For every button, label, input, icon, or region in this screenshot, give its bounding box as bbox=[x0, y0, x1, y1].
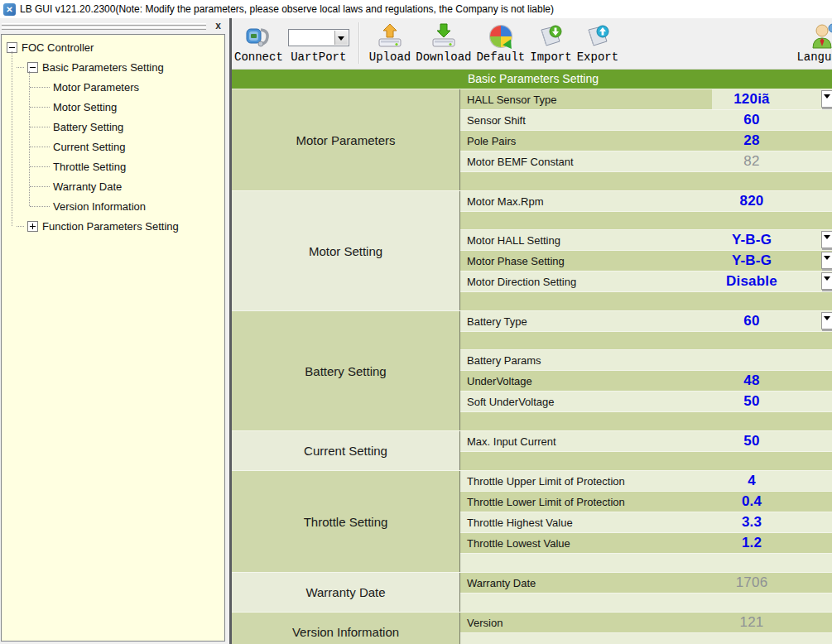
param-value[interactable]: 0.4 bbox=[712, 493, 791, 510]
toolbar-separator bbox=[358, 22, 360, 64]
spacer-row bbox=[460, 292, 832, 310]
param-value-cell[interactable]: 1.2 bbox=[712, 533, 832, 553]
tree-item-label: Battery Setting bbox=[53, 121, 123, 133]
tree-item-foc-controller[interactable]: FOC Controller bbox=[2, 37, 224, 57]
app-icon bbox=[3, 3, 16, 16]
sidebar-dock-header: x bbox=[2, 22, 226, 34]
chevron-down-icon[interactable] bbox=[334, 31, 348, 45]
spacer-row bbox=[460, 452, 832, 470]
toolbar-button-upload[interactable]: Upload bbox=[369, 18, 411, 64]
toolbar-label: UartPort bbox=[291, 50, 346, 64]
tree-item-label: Motor Parameters bbox=[53, 81, 139, 94]
table-row: Warranty Date1706 bbox=[460, 573, 832, 594]
dock-grip[interactable] bbox=[2, 23, 206, 26]
toolbar-button-connect[interactable]: Connect bbox=[234, 18, 283, 64]
tree-item-basic-parameters-setting[interactable]: Basic Parameters Setting bbox=[2, 57, 224, 77]
param-value-cell[interactable]: 48 bbox=[712, 371, 832, 391]
param-value-cell[interactable]: 1706 bbox=[712, 573, 832, 593]
tree-item-label: Basic Parameters Setting bbox=[42, 61, 164, 74]
param-value-cell[interactable]: 120iã bbox=[712, 89, 832, 109]
param-value[interactable]: 1.2 bbox=[712, 535, 791, 551]
param-value[interactable]: 50 bbox=[712, 433, 791, 449]
toolbar-button-download[interactable]: Download bbox=[416, 18, 471, 64]
param-value[interactable]: 28 bbox=[712, 132, 791, 149]
param-value-cell[interactable]: 82 bbox=[712, 151, 832, 171]
chevron-down-icon bbox=[824, 256, 830, 260]
dropdown-button[interactable] bbox=[821, 312, 832, 329]
param-value[interactable]: 120iã bbox=[712, 91, 791, 108]
spacer-row bbox=[460, 172, 832, 190]
param-value[interactable]: Y-B-G bbox=[712, 252, 791, 269]
param-label: Max. Input Current bbox=[460, 431, 712, 451]
sidebar-close-button[interactable]: x bbox=[215, 20, 221, 31]
section-label: Throttle Setting bbox=[232, 471, 460, 572]
toolbar-button-language[interactable]: Language bbox=[787, 18, 832, 64]
uartport-combobox[interactable] bbox=[288, 29, 349, 46]
tree-item-label: Motor Setting bbox=[53, 101, 117, 113]
param-label: Throttle Upper Limit of Protection bbox=[460, 471, 712, 491]
param-value[interactable]: Y-B-G bbox=[712, 232, 791, 248]
param-value-cell[interactable]: 50 bbox=[712, 431, 832, 451]
import-icon bbox=[537, 22, 564, 50]
person-icon bbox=[810, 22, 832, 50]
param-value[interactable]: Disable bbox=[712, 273, 791, 290]
param-value-cell[interactable]: 0.4 bbox=[712, 492, 832, 512]
tree-item-throttle-setting[interactable]: Throttle Setting bbox=[2, 156, 224, 176]
param-value-cell[interactable]: 3.3 bbox=[712, 512, 832, 532]
table-row: Battery Type60 bbox=[460, 311, 832, 332]
tree-item-function-parameters-setting[interactable]: Function Parameters Setting bbox=[2, 216, 224, 236]
param-value[interactable]: 121 bbox=[712, 614, 791, 631]
main-panel: ConnectUartPortUploadDownloadDefaultImpo… bbox=[229, 18, 832, 644]
section-rows: Version121 bbox=[460, 613, 832, 644]
toolbar-button-uartport[interactable]: UartPort bbox=[288, 18, 349, 64]
param-value-cell[interactable] bbox=[712, 350, 832, 370]
param-label: Motor Direction Setting bbox=[460, 272, 712, 291]
param-value-cell[interactable]: 60 bbox=[712, 110, 832, 130]
toolbar-button-default[interactable]: Default bbox=[476, 18, 525, 64]
param-value[interactable]: 50 bbox=[712, 393, 791, 410]
tree-item-battery-setting[interactable]: Battery Setting bbox=[2, 117, 224, 137]
toolbar-button-export[interactable]: Export bbox=[577, 18, 618, 64]
param-value-cell[interactable]: 50 bbox=[712, 392, 832, 411]
dock-grip[interactable] bbox=[2, 27, 206, 30]
dropdown-button[interactable] bbox=[821, 252, 832, 269]
param-value-cell[interactable]: 28 bbox=[712, 131, 832, 151]
dropdown-button[interactable] bbox=[821, 272, 832, 290]
param-value[interactable]: 60 bbox=[712, 313, 791, 329]
param-value[interactable]: 60 bbox=[712, 112, 791, 128]
param-value[interactable]: 820 bbox=[712, 193, 791, 209]
tree-item-version-information[interactable]: Version Information bbox=[2, 196, 224, 216]
dropdown-button[interactable] bbox=[821, 90, 832, 108]
param-value[interactable]: 4 bbox=[712, 473, 791, 489]
dropdown-button[interactable] bbox=[821, 231, 832, 248]
table-row: Throttle Lowest Value1.2 bbox=[460, 533, 832, 554]
param-label: Throttle Lowest Value bbox=[460, 533, 712, 553]
toolbar-label: Upload bbox=[369, 50, 411, 64]
tree-item-motor-parameters[interactable]: Motor Parameters bbox=[2, 77, 224, 97]
tree-item-motor-setting[interactable]: Motor Setting bbox=[2, 97, 224, 117]
section-rows: HALL Sensor Type120iãSensor Shift60Pole … bbox=[460, 89, 832, 190]
param-value-cell[interactable]: Y-B-G bbox=[712, 230, 832, 250]
toolbar-button-import[interactable]: Import bbox=[530, 18, 571, 64]
section-label: Current Setting bbox=[232, 431, 460, 470]
export-icon bbox=[584, 22, 611, 50]
param-value-cell[interactable]: 820 bbox=[712, 191, 832, 211]
param-value-cell[interactable]: 121 bbox=[712, 613, 832, 632]
param-value-cell[interactable]: Disable bbox=[712, 272, 832, 291]
parameter-table: Basic Parameters Setting Motor Parameter… bbox=[232, 70, 832, 644]
table-row: Motor BEMF Constant82 bbox=[460, 151, 832, 172]
tree-item-current-setting[interactable]: Current Setting bbox=[2, 137, 224, 156]
section-throttle-setting: Throttle SettingThrottle Upper Limit of … bbox=[232, 471, 832, 573]
section-label: Battery Setting bbox=[232, 311, 460, 430]
param-value-cell[interactable]: Y-B-G bbox=[712, 251, 832, 271]
param-value-cell[interactable]: 60 bbox=[712, 311, 832, 331]
section-rows: Motor Max.Rpm820Motor HALL SettingY-B-GM… bbox=[460, 191, 832, 310]
tree-item-warranty-date[interactable]: Warranty Date bbox=[2, 176, 224, 196]
param-value-cell[interactable]: 4 bbox=[712, 471, 832, 491]
param-value[interactable]: 1706 bbox=[712, 574, 791, 591]
expand-box-icon[interactable] bbox=[27, 221, 38, 232]
param-value[interactable]: 3.3 bbox=[712, 514, 791, 531]
param-value[interactable]: 48 bbox=[712, 372, 791, 389]
param-value[interactable]: 82 bbox=[712, 153, 791, 170]
tree-item-label: Current Setting bbox=[53, 141, 125, 153]
